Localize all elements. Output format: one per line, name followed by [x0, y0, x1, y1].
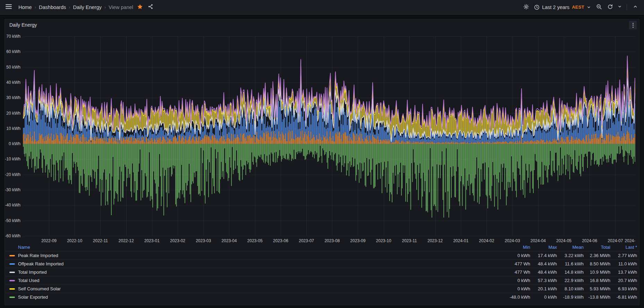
legend-value-mean: 22.9 kWh	[557, 278, 584, 283]
legend-table: NameMinMaxMeanTotalLast *Peak Rate Impor…	[5, 243, 639, 301]
dashboard-settings-button[interactable]	[521, 2, 531, 12]
legend-value-total: 2.36 MWh	[584, 253, 610, 258]
topnav-right-group: Last 2 years AEST	[521, 2, 641, 12]
legend-value-max: 48.4 kWh	[530, 270, 557, 275]
y-axis-tick: -10 kWh	[5, 157, 20, 161]
y-axis-tick: 70 kWh	[5, 34, 20, 39]
top-navigation-bar: Home›Dashboards›Daily Energy›View panel …	[0, 0, 644, 15]
legend-value-mean: 11.6 kWh	[557, 261, 584, 266]
legend-value-min: 477 Wh	[503, 261, 530, 266]
series-color-swatch	[9, 297, 15, 298]
breadcrumb-item-dashboards[interactable]: Dashboards	[38, 5, 67, 10]
legend-value-last: 20.7 kWh	[610, 278, 637, 283]
y-axis-tick: 60 kWh	[5, 49, 20, 54]
series-name-label: Self Consumed Solar	[18, 286, 61, 291]
y-axis-tick: 50 kWh	[5, 65, 20, 70]
topnav-left-group: Home›Dashboards›Daily Energy›View panel	[3, 2, 156, 12]
y-axis-tick: -50 kWh	[5, 218, 20, 223]
series-color-swatch	[9, 280, 15, 281]
legend-series-toggle[interactable]: Peak Rate Imported	[9, 253, 503, 258]
series-name-label: Solar Exported	[18, 294, 48, 300]
series-name-label: Offpeak Rate Imported	[18, 261, 63, 266]
legend-series-toggle[interactable]: Total Imported	[9, 270, 503, 275]
panel-menu-button[interactable]	[629, 21, 637, 29]
series-name-label: Total Used	[18, 278, 39, 283]
legend-value-max: 57.3 kWh	[530, 278, 557, 283]
legend-value-min: 477 Wh	[503, 270, 530, 275]
legend-value-max: 17.4 kWh	[530, 253, 557, 258]
legend-value-mean: 8.10 kWh	[557, 286, 584, 291]
breadcrumb: Home›Dashboards›Daily Energy›View panel	[17, 5, 134, 10]
series-color-swatch	[9, 288, 15, 290]
series-color-swatch	[9, 263, 15, 265]
y-axis-tick: -20 kWh	[5, 172, 20, 177]
breadcrumb-item-daily-energy[interactable]: Daily Energy	[72, 5, 103, 10]
legend-value-last: 11.0 kWh	[610, 261, 637, 266]
chevron-down-icon	[618, 5, 622, 10]
chevron-up-icon	[633, 4, 638, 10]
legend-series-toggle[interactable]: Solar Exported	[9, 294, 503, 300]
y-axis-tick: 10 kWh	[5, 126, 20, 131]
legend-column-max[interactable]: Max	[530, 245, 557, 250]
daily-energy-panel: Daily Energy 70 kWh60 kWh50 kWh40 kWh30 …	[5, 19, 639, 305]
legend-series-toggle[interactable]: Offpeak Rate Imported	[9, 261, 503, 266]
legend-column-total[interactable]: Total	[584, 245, 610, 250]
time-range-picker[interactable]: Last 2 years AEST	[532, 2, 593, 12]
legend-series-toggle[interactable]: Total Used	[9, 278, 503, 283]
timezone-label: AEST	[572, 5, 584, 10]
legend-value-mean: -18.9 kWh	[557, 294, 584, 300]
breadcrumb-item-view-panel: View panel	[108, 5, 134, 10]
chevron-down-icon	[587, 5, 591, 9]
timeseries-plot-area[interactable]	[23, 32, 635, 238]
legend-value-max: 0 kWh	[530, 294, 557, 300]
legend-value-min: 0 kWh	[503, 278, 530, 283]
legend-column-mean[interactable]: Mean	[557, 245, 584, 250]
collapse-topbar-button[interactable]	[630, 2, 641, 12]
favorite-star-button[interactable]	[135, 2, 145, 12]
breadcrumb-item-home[interactable]: Home	[17, 5, 33, 10]
zoom-out-time-button[interactable]	[594, 2, 604, 12]
legend-row: Total Used0 kWh57.3 kWh22.9 kWh16.8 MWh2…	[5, 276, 639, 284]
legend-value-last: 13.7 kWh	[610, 270, 637, 275]
clock-icon	[534, 5, 540, 10]
legend-value-min: -48.0 kWh	[503, 294, 530, 300]
legend-value-total: -13.8 MWh	[584, 294, 610, 300]
legend-value-total: 10.9 MWh	[584, 270, 610, 275]
legend-value-total: 5.93 MWh	[584, 286, 610, 291]
legend-value-max: 20.1 kWh	[530, 286, 557, 291]
refresh-button[interactable]	[605, 2, 615, 12]
y-axis-tick: 30 kWh	[5, 95, 20, 100]
y-axis-tick: -60 kWh	[5, 234, 20, 238]
refresh-icon	[607, 4, 613, 11]
legend-row: Offpeak Rate Imported477 Wh48.4 kWh11.6 …	[5, 259, 639, 268]
legend-series-toggle[interactable]: Self Consumed Solar	[9, 286, 503, 291]
legend-row: Self Consumed Solar0 kWh20.1 kWh8.10 kWh…	[5, 284, 639, 293]
kebab-menu-icon	[633, 23, 634, 28]
legend-column-last[interactable]: Last *	[610, 245, 637, 250]
breadcrumb-chevron-icon: ›	[35, 5, 36, 10]
legend-value-last: 2.77 kWh	[610, 253, 637, 258]
hamburger-menu-button[interactable]	[3, 2, 14, 12]
refresh-interval-dropdown[interactable]	[616, 2, 624, 12]
legend-value-total: 8.50 MWh	[584, 261, 610, 266]
energy-chart-canvas[interactable]	[23, 32, 635, 238]
legend-value-mean: 3.22 kWh	[557, 253, 584, 258]
y-axis-tick: 0 kWh	[5, 141, 20, 146]
legend-header-row: NameMinMaxMeanTotalLast *	[5, 243, 639, 251]
breadcrumb-chevron-icon: ›	[69, 5, 70, 10]
legend-column-min[interactable]: Min	[503, 245, 530, 250]
legend-row: Solar Exported-48.0 kWh0 kWh-18.9 kWh-13…	[5, 293, 639, 301]
legend-value-last: -6.81 kWh	[610, 294, 637, 300]
share-button[interactable]	[145, 2, 156, 12]
series-name-label: Peak Rate Imported	[18, 253, 58, 258]
star-icon	[137, 4, 143, 11]
hamburger-menu-icon	[6, 4, 12, 10]
legend-row: Total Imported477 Wh48.4 kWh14.8 kWh10.9…	[5, 268, 639, 276]
breadcrumb-chevron-icon: ›	[104, 5, 106, 10]
gear-icon	[523, 4, 529, 11]
time-range-label: Last 2 years	[542, 5, 569, 10]
legend-value-min: 0 kWh	[503, 286, 530, 291]
legend-column-name[interactable]: Name	[9, 245, 503, 250]
panel-title: Daily Energy	[9, 22, 37, 28]
series-name-label: Total Imported	[18, 270, 46, 275]
